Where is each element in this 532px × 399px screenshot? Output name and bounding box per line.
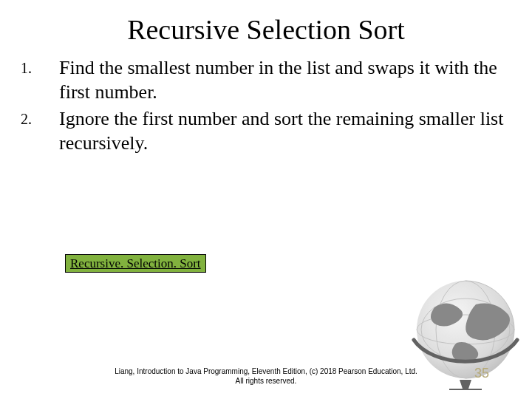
recursive-selection-sort-link[interactable]: Recursive. Selection. Sort	[65, 254, 206, 273]
slide-title: Recursive Selection Sort	[21, 13, 511, 46]
footer: Liang, Introduction to Java Programming,…	[0, 367, 532, 386]
list-item: 1. Find the smallest number in the list …	[21, 56, 511, 104]
page-number: 35	[474, 366, 489, 381]
list-text: Ignore the first number and sort the rem…	[59, 107, 511, 155]
list-text: Find the smallest number in the list and…	[59, 56, 511, 104]
list-item: 2. Ignore the first number and sort the …	[21, 107, 511, 155]
slide: Recursive Selection Sort 1. Find the sma…	[0, 0, 532, 399]
svg-point-1	[417, 315, 514, 344]
steps-list: 1. Find the smallest number in the list …	[21, 56, 511, 155]
list-number: 1.	[21, 56, 59, 78]
svg-point-0	[417, 281, 514, 378]
footer-line-2: All rights reserved.	[0, 377, 532, 386]
footer-line-1: Liang, Introduction to Java Programming,…	[0, 367, 532, 377]
list-number: 2.	[21, 107, 59, 129]
svg-point-2	[421, 299, 510, 361]
